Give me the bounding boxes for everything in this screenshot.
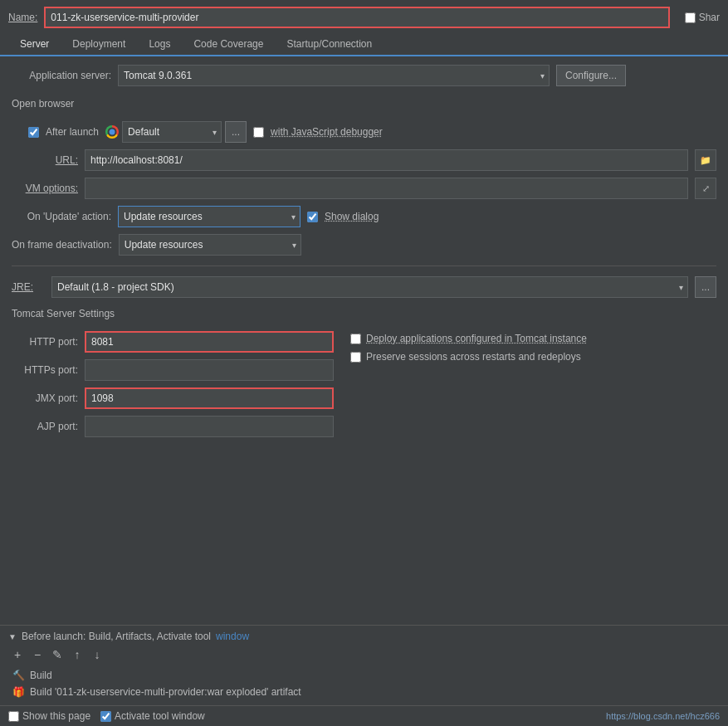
activate-tool-label: Activate tool window — [115, 710, 205, 722]
build-item-2: 🎁 Build '011-zk-userservice-multi-provid… — [8, 684, 720, 700]
build-icon-2: 🎁 — [12, 685, 25, 699]
js-debugger-label: with JavaScript debugger — [271, 126, 383, 138]
url-label: URL: — [12, 154, 78, 166]
folder-button[interactable]: 📁 — [695, 149, 716, 171]
deploy-label: Deploy applications configured in Tomcat… — [366, 333, 587, 344]
jmx-port-input[interactable] — [85, 387, 334, 409]
ajp-port-input[interactable] — [85, 416, 334, 437]
ports-left: HTTP port: HTTPs port: JMX port: AJP por… — [12, 331, 334, 437]
tomcat-section-label: Tomcat Server Settings — [12, 308, 716, 319]
down-button[interactable]: ↓ — [88, 646, 106, 664]
show-page-label: Show this page — [22, 710, 90, 722]
before-launch-label: Before launch: Build, Artifacts, Activat… — [22, 631, 211, 642]
content-area: Application server: Tomcat 9.0.361 Confi… — [0, 56, 728, 625]
jre-label: JRE: — [12, 281, 45, 293]
jre-more-button[interactable]: ... — [695, 276, 716, 298]
app-server-row: Application server: Tomcat 9.0.361 Confi… — [12, 65, 716, 86]
vm-expand-button[interactable]: ⤢ — [695, 178, 716, 199]
on-frame-label: On frame deactivation: — [12, 239, 112, 251]
deploy-right: Deploy applications configured in Tomcat… — [350, 331, 587, 363]
browser-selector: Default ... — [105, 121, 247, 143]
remove-button[interactable]: − — [28, 646, 46, 664]
show-page-checkbox[interactable] — [8, 711, 19, 722]
http-port-label: HTTP port: — [12, 336, 78, 348]
jre-dropdown-wrapper: Default (1.8 - project SDK) — [51, 276, 688, 298]
chrome-icon — [105, 125, 119, 139]
on-frame-row: On frame deactivation: Update resources — [12, 234, 716, 256]
vm-options-input[interactable] — [85, 178, 688, 199]
share-area: Shar — [685, 12, 720, 23]
bottom-left: Show this page Activate tool window — [8, 710, 205, 722]
activate-tool-checkbox[interactable] — [100, 711, 111, 722]
tab-logs[interactable]: Logs — [137, 33, 182, 56]
build-icon-1: 🔨 — [12, 669, 25, 682]
open-browser-label: Open browser — [12, 98, 74, 110]
share-checkbox[interactable] — [685, 12, 696, 23]
build-text-2: Build '011-zk-userservice-multi-provider… — [30, 686, 301, 698]
app-server-dropdown-wrapper: Tomcat 9.0.361 — [118, 65, 550, 86]
jre-row: JRE: Default (1.8 - project SDK) ... — [12, 276, 716, 298]
name-input[interactable] — [44, 7, 669, 28]
jmx-port-row: JMX port: — [12, 387, 334, 409]
on-update-dropdown[interactable]: Update resources — [118, 206, 300, 227]
after-launch-row: After launch Default ... with JavaScript… — [12, 121, 716, 143]
preserve-checkbox[interactable] — [350, 352, 361, 363]
deploy-checkbox[interactable] — [350, 334, 361, 344]
up-button[interactable]: ↑ — [68, 646, 86, 664]
ports-and-deploy: HTTP port: HTTPs port: JMX port: AJP por… — [12, 331, 716, 437]
preserve-label: Preserve sessions across restarts and re… — [366, 351, 581, 363]
tab-startup-connection[interactable]: Startup/Connection — [275, 33, 384, 56]
tab-server[interactable]: Server — [8, 33, 61, 56]
toolbar-row: + − ✎ ↑ ↓ — [8, 646, 720, 664]
js-debugger-checkbox[interactable] — [253, 127, 264, 138]
ajp-port-row: AJP port: — [12, 416, 334, 437]
browser-dropdown-wrapper: Default — [122, 121, 222, 143]
bottom-bar: Show this page Activate tool window http… — [0, 705, 728, 726]
http-port-input[interactable] — [85, 331, 334, 353]
configure-button[interactable]: Configure... — [556, 65, 626, 86]
vm-options-row: VM options: ⤢ — [12, 178, 716, 199]
after-launch-checkbox[interactable] — [28, 127, 39, 138]
jmx-port-label: JMX port: — [12, 392, 78, 404]
activate-tool-area: Activate tool window — [100, 710, 205, 722]
on-update-label: On 'Update' action: — [12, 211, 111, 222]
jre-dropdown[interactable]: Default (1.8 - project SDK) — [51, 276, 688, 298]
deploy-row-1: Deploy applications configured in Tomcat… — [350, 333, 587, 344]
bottom-url: https://blog.csdn.net/hcz666 — [606, 711, 720, 721]
url-row: URL: 📁 — [12, 149, 716, 171]
on-update-row: On 'Update' action: Update resources Sho… — [12, 206, 716, 227]
before-launch-header: ▼ Before launch: Build, Artifacts, Activ… — [8, 631, 720, 642]
build-item-1: 🔨 Build — [8, 667, 720, 684]
edit-button[interactable]: ✎ — [48, 646, 66, 664]
app-server-label: Application server: — [12, 70, 111, 81]
build-text-1: Build — [30, 670, 52, 681]
open-browser-row: Open browser — [12, 93, 716, 115]
https-port-input[interactable] — [85, 359, 334, 381]
deploy-row-2: Preserve sessions across restarts and re… — [350, 351, 587, 363]
https-port-label: HTTPs port: — [12, 364, 78, 376]
tab-deployment[interactable]: Deployment — [61, 33, 137, 56]
browser-dropdown[interactable]: Default — [122, 121, 222, 143]
before-launch-area: ▼ Before launch: Build, Artifacts, Activ… — [0, 625, 728, 705]
before-launch-link[interactable]: window — [216, 631, 249, 642]
url-input[interactable] — [85, 149, 688, 171]
on-frame-dropdown[interactable]: Update resources — [119, 234, 301, 256]
main-container: Name: Shar Server Deployment Logs Code C… — [0, 0, 728, 726]
on-update-dropdown-wrapper: Update resources — [118, 206, 300, 227]
share-label: Shar — [699, 12, 720, 23]
on-frame-dropdown-wrapper: Update resources — [119, 234, 301, 256]
show-dialog-label: Show dialog — [325, 211, 379, 222]
browser-more-button[interactable]: ... — [225, 121, 247, 143]
vm-options-label: VM options: — [12, 183, 78, 194]
show-dialog-checkbox[interactable] — [307, 212, 318, 222]
ajp-port-label: AJP port: — [12, 421, 78, 432]
show-page-area: Show this page — [8, 710, 90, 722]
add-button[interactable]: + — [8, 646, 27, 664]
http-port-row: HTTP port: — [12, 331, 334, 353]
triangle-icon: ▼ — [8, 632, 17, 641]
https-port-row: HTTPs port: — [12, 359, 334, 381]
tab-code-coverage[interactable]: Code Coverage — [182, 33, 275, 56]
divider-1 — [12, 266, 716, 266]
app-server-dropdown[interactable]: Tomcat 9.0.361 — [118, 65, 550, 86]
tabs-bar: Server Deployment Logs Code Coverage Sta… — [0, 33, 728, 56]
